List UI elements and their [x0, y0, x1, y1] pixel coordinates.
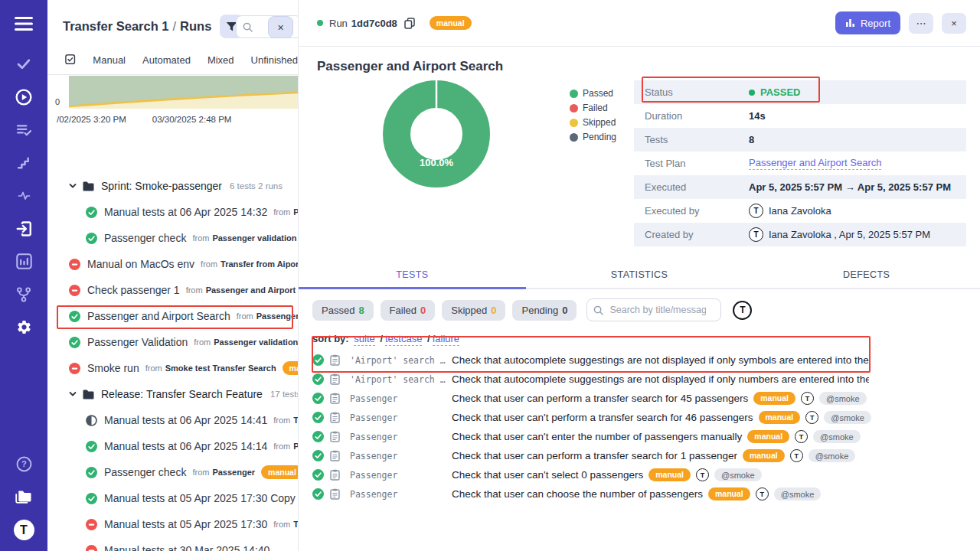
test-suite-name: Passenger	[350, 432, 452, 442]
tests-search	[586, 298, 721, 321]
test-suite-name: Passenger	[350, 470, 452, 481]
test-manual-badge: manual	[648, 468, 691, 482]
tab-tests[interactable]: TESTS	[299, 263, 526, 288]
legend-label: Failed	[583, 103, 608, 113]
legend-label: Passed	[583, 88, 613, 99]
filter-count: 8	[358, 305, 364, 316]
detail-label: Duration	[634, 110, 749, 122]
run-tab-mixed[interactable]: Mixed	[207, 54, 234, 66]
projects-folder-icon[interactable]	[0, 481, 47, 514]
select-all-icon[interactable]	[64, 54, 76, 66]
tree-run-row[interactable]: Passenger and Airport SearchfromPassenge…	[47, 303, 298, 329]
tree-run-row[interactable]: Passenger ValidationfromPassenger valida…	[47, 329, 298, 355]
tree-run-row[interactable]: Passenger checkfromPassenger validationm…	[47, 225, 298, 251]
run-from-name: Pass	[293, 207, 298, 217]
sort-link-testcase[interactable]: testcase	[385, 333, 422, 346]
filter-pill-skipped[interactable]: Skipped0	[442, 300, 505, 321]
assignee-avatar[interactable]: T	[733, 301, 752, 320]
branch-icon[interactable]	[0, 278, 47, 311]
run-from-name: Passenger and Airport Searc	[206, 285, 298, 295]
sort-by-label: sort by:	[312, 333, 349, 344]
run-tab-manual[interactable]: Manual	[93, 54, 126, 66]
tests-search-input[interactable]	[608, 304, 707, 316]
passed-status-icon	[86, 441, 97, 452]
tree-run-row[interactable]: Manual tests at 30 Mar 2025 14:40	[47, 537, 298, 551]
tree-folder-row[interactable]: Sprint: Smoke-passenger6 tests 2 runs	[47, 173, 298, 199]
gear-icon[interactable]	[0, 311, 47, 344]
test-row[interactable]: PassengerCheck that user can't enter the…	[299, 427, 980, 446]
run-from-name: Transfer from Aiport	[220, 259, 298, 269]
tree-run-row[interactable]: Smoke runfromSmoke test Transfer Searchm…	[47, 355, 298, 381]
tree-run-row[interactable]: Manual on MacOs envfromTransfer from Aip…	[47, 251, 298, 277]
bar-chart-icon[interactable]	[0, 245, 47, 278]
run-tab-automated[interactable]: Automated	[142, 54, 191, 66]
tree-run-row[interactable]: Check passenger 1fromPassenger and Airpo…	[47, 277, 298, 303]
logo-avatar[interactable]: T	[0, 514, 47, 546]
help-icon[interactable]: ?	[0, 448, 47, 481]
run-overview: 100.0% PassedFailedSkippedPending Status…	[299, 74, 980, 246]
tab-defects[interactable]: DEFECTS	[753, 263, 980, 288]
test-row[interactable]: PassengerCheck that user can't perform a…	[299, 408, 980, 427]
test-assignee-avatar: T	[756, 487, 769, 500]
copy-icon[interactable]	[404, 18, 415, 29]
check-icon[interactable]	[0, 47, 47, 80]
run-tab-unfinished[interactable]: Unfinished	[251, 54, 298, 66]
app-window: ? T Transfer Search 1/Runs × M	[0, 0, 980, 551]
sort-link-suite[interactable]: suite	[354, 333, 374, 346]
tree-run-row[interactable]: Manual tests at 05 Apr 2025 17:30fromTra…	[47, 511, 298, 537]
tab-statistics[interactable]: STATISTICS	[526, 263, 753, 288]
testcase-icon	[330, 412, 340, 423]
runs-panel: Transfer Search 1/Runs × ManualAutomated…	[47, 0, 299, 551]
test-row[interactable]: 'Airport' search …Check that autocomplet…	[299, 350, 980, 370]
menu-icon[interactable]	[0, 0, 47, 47]
test-tag-smoke: @smoke	[813, 430, 861, 443]
test-tag-smoke: @smoke	[819, 392, 867, 405]
detail-label: Executed	[634, 181, 749, 193]
failed-status-icon	[69, 285, 80, 296]
detail-label: Status	[634, 86, 749, 98]
testcase-icon	[330, 373, 340, 385]
test-row[interactable]: 'Airport' search …Check that autocomplet…	[299, 370, 980, 389]
breadcrumb-project[interactable]: Transfer Search 1	[63, 19, 169, 33]
filter-pill-failed[interactable]: Failed0	[381, 300, 436, 321]
tree-run-row[interactable]: Manual tests at 05 Apr 2025 17:30 Copyfr…	[47, 485, 298, 511]
test-row[interactable]: PassengerCheck that user can perform a t…	[299, 389, 980, 408]
test-row[interactable]: PassengerCheck that user can't select 0 …	[299, 465, 980, 484]
chevron-down-icon[interactable]	[69, 390, 77, 398]
steps-icon[interactable]	[0, 146, 47, 179]
list-check-icon[interactable]	[0, 113, 47, 146]
legend-item-pending: Pending	[570, 132, 619, 142]
sort-link-failure[interactable]: failure	[433, 333, 459, 346]
failed-status-icon	[69, 363, 80, 374]
run-from-label: from	[192, 468, 209, 477]
tree-run-row[interactable]: Manual tests at 06 Apr 2025 14:32fromPas…	[47, 199, 298, 225]
test-assignee-avatar: T	[801, 392, 814, 405]
svg-text:?: ?	[21, 459, 27, 468]
tree-run-row[interactable]: Manual tests at 06 Apr 2025 14:41fromTra…	[47, 407, 298, 433]
test-row[interactable]: PassengerCheck that user can choose the …	[299, 484, 980, 504]
play-circle-icon[interactable]	[0, 80, 47, 113]
sign-in-icon[interactable]	[0, 212, 47, 245]
run-details-table: StatusPASSEDDuration14sTests8Test PlanPa…	[634, 80, 966, 246]
report-button[interactable]: Report	[835, 11, 900, 34]
run-title: Smoke run	[87, 362, 139, 374]
run-from-label: from	[201, 259, 217, 269]
test-plan-link[interactable]: Passenger and Airport Search	[749, 157, 881, 170]
activity-icon[interactable]	[0, 179, 47, 212]
close-run-button[interactable]: ×	[942, 13, 966, 34]
test-manual-badge: manual	[743, 449, 785, 463]
tree-folder-row[interactable]: Release: Transfer Search Feature17 tests…	[47, 381, 298, 407]
run-title: Manual tests at 05 Apr 2025 17:30	[104, 518, 267, 530]
passed-status-icon	[312, 354, 324, 366]
run-from-name: Smoke test Transfer Search	[165, 364, 276, 373]
tree-run-row[interactable]: Manual tests at 06 Apr 2025 14:14fromPas…	[47, 433, 298, 459]
tree-run-row[interactable]: Passenger checkfromPassengermanual6	[47, 459, 298, 485]
test-row[interactable]: PassengerCheck that user can perform a t…	[299, 446, 980, 465]
filter-pill-pending[interactable]: Pending0	[512, 300, 577, 321]
passed-status-icon	[312, 488, 324, 500]
filter-pill-passed[interactable]: Passed8	[312, 300, 374, 321]
more-button[interactable]: ⋯	[909, 13, 933, 34]
chevron-down-icon[interactable]	[69, 182, 77, 190]
close-search-button[interactable]: ×	[268, 16, 293, 38]
test-title: Check that user can perform a transfer s…	[452, 450, 737, 461]
